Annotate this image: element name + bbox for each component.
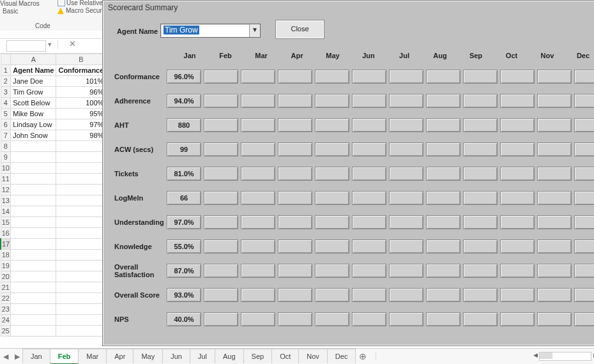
table-row[interactable]: 20: [1, 271, 106, 282]
row-header[interactable]: 1: [1, 65, 11, 76]
row-header[interactable]: 21: [1, 282, 11, 293]
table-row[interactable]: 22: [1, 293, 106, 304]
new-sheet-button[interactable]: ⊕: [356, 351, 370, 361]
scroll-left-icon[interactable]: ◀: [531, 352, 539, 360]
ribbon-macro-security[interactable]: Macro Security: [57, 7, 109, 14]
horizontal-scrollbar[interactable]: ◀ ▶: [539, 352, 591, 361]
table-row[interactable]: 23: [1, 304, 106, 315]
close-button[interactable]: Close: [275, 20, 324, 39]
spreadsheet-grid[interactable]: A B 1 Agent Name Conformance 2Jane Doe10…: [0, 54, 102, 337]
table-row[interactable]: 11: [1, 174, 106, 185]
table-row[interactable]: 9: [1, 152, 106, 163]
sheet-tab-jun[interactable]: Jun: [162, 349, 190, 363]
row-header[interactable]: 9: [1, 152, 11, 163]
row-header[interactable]: 14: [1, 206, 11, 217]
row-header[interactable]: 11: [1, 174, 11, 185]
name-box[interactable]: [6, 40, 46, 52]
sheet-tab-dec[interactable]: Dec: [327, 349, 356, 363]
row-header[interactable]: 18: [1, 250, 11, 261]
sheet-tab-jan[interactable]: Jan: [22, 349, 50, 363]
sheet-tab-oct[interactable]: Oct: [271, 349, 299, 363]
active-cell[interactable]: [11, 239, 56, 250]
row-header[interactable]: 7: [1, 130, 11, 141]
ribbon-visual-basic-button[interactable]: Visual: [0, 0, 17, 7]
table-row[interactable]: 17: [1, 239, 106, 250]
name-box-dropdown[interactable]: ▾: [46, 40, 54, 52]
row-header[interactable]: 6: [1, 119, 11, 130]
table-row[interactable]: 18: [1, 250, 106, 261]
ribbon-macros-button[interactable]: Macros: [19, 0, 40, 7]
table-row[interactable]: 8: [1, 141, 106, 152]
empty-cell[interactable]: [11, 141, 56, 152]
row-header[interactable]: 10: [1, 163, 11, 174]
cell-conf[interactable]: 101%: [56, 76, 106, 87]
empty-cell[interactable]: [56, 141, 106, 152]
sheet-tab-may[interactable]: May: [133, 349, 163, 363]
table-row[interactable]: 21: [1, 282, 106, 293]
scroll-right-icon[interactable]: ▶: [591, 352, 594, 360]
header-conformance[interactable]: Conformance: [56, 65, 106, 76]
row-header[interactable]: 15: [1, 217, 11, 228]
table-row[interactable]: 3Tim Grow96%: [1, 87, 106, 98]
cell-name[interactable]: Lindsay Low: [11, 119, 56, 130]
cell-name[interactable]: Scott Below: [11, 98, 56, 109]
table-row[interactable]: 12: [1, 185, 106, 195]
cell-name[interactable]: Jane Doe: [11, 76, 56, 87]
table-row[interactable]: 2Jane Doe101%: [1, 76, 106, 87]
row-header[interactable]: 19: [1, 261, 11, 271]
table-row[interactable]: 6Lindsay Low97%: [1, 119, 106, 130]
tab-nav-prev[interactable]: ◀: [0, 353, 11, 361]
row-header[interactable]: 17: [1, 239, 11, 250]
cell-name[interactable]: Mike Bow: [11, 109, 56, 119]
table-row[interactable]: 10: [1, 163, 106, 174]
table-row[interactable]: 25: [1, 326, 106, 337]
table-row[interactable]: 19: [1, 261, 106, 271]
table-row[interactable]: 1 Agent Name Conformance: [1, 65, 106, 76]
agent-name-combobox[interactable]: Tim Grow ▼: [160, 24, 261, 38]
table-row[interactable]: 5Mike Bow95%: [1, 109, 106, 119]
table-row[interactable]: 24: [1, 315, 106, 326]
col-header-a[interactable]: A: [11, 54, 56, 65]
cell-conf[interactable]: 96%: [56, 87, 106, 98]
row-header[interactable]: 2: [1, 76, 11, 87]
row-header[interactable]: 16: [1, 228, 11, 239]
cell-name[interactable]: John Snow: [11, 130, 56, 141]
sheet-tab-sep[interactable]: Sep: [243, 349, 273, 363]
empty-cell[interactable]: [56, 152, 106, 163]
table-row[interactable]: 15: [1, 217, 106, 228]
row-header[interactable]: 22: [1, 293, 11, 304]
row-header[interactable]: 20: [1, 271, 11, 282]
scrollbar-thumb[interactable]: [540, 353, 552, 359]
sheet-tab-nov[interactable]: Nov: [298, 349, 328, 363]
sheet-tab-aug[interactable]: Aug: [215, 349, 244, 363]
cell-name[interactable]: Tim Grow: [11, 87, 56, 98]
row-header[interactable]: 24: [1, 315, 11, 326]
table-row[interactable]: 13: [1, 195, 106, 206]
chevron-down-icon[interactable]: ▼: [249, 24, 260, 37]
sheet-tab-mar[interactable]: Mar: [78, 349, 107, 363]
row-header[interactable]: 12: [1, 185, 11, 195]
col-header-b[interactable]: B: [56, 54, 106, 65]
table-row[interactable]: 7John Snow98%: [1, 130, 106, 141]
formula-bar-cancel-icon[interactable]: ✕: [69, 39, 76, 49]
table-row[interactable]: 14: [1, 206, 106, 217]
row-header[interactable]: 3: [1, 87, 11, 98]
cell-conf[interactable]: 95%: [56, 109, 106, 119]
tab-nav-next[interactable]: ▶: [11, 353, 23, 361]
table-row[interactable]: 16: [1, 228, 106, 239]
row-header[interactable]: 23: [1, 304, 11, 315]
row-header[interactable]: 5: [1, 109, 11, 119]
header-agent-name[interactable]: Agent Name: [11, 65, 56, 76]
row-header[interactable]: 4: [1, 98, 11, 109]
table-row[interactable]: 4Scott Below100%: [1, 98, 106, 109]
row-header[interactable]: 8: [1, 141, 11, 152]
row-header[interactable]: 25: [1, 326, 11, 337]
select-all-corner[interactable]: [1, 54, 11, 65]
cell-conf[interactable]: 98%: [56, 130, 106, 141]
sheet-tab-feb[interactable]: Feb: [50, 349, 79, 365]
sheet-tab-jul[interactable]: Jul: [190, 349, 215, 363]
cell-conf[interactable]: 97%: [56, 119, 106, 130]
row-header[interactable]: 13: [1, 195, 11, 206]
sheet-tab-apr[interactable]: Apr: [106, 349, 133, 363]
empty-cell[interactable]: [11, 152, 56, 163]
